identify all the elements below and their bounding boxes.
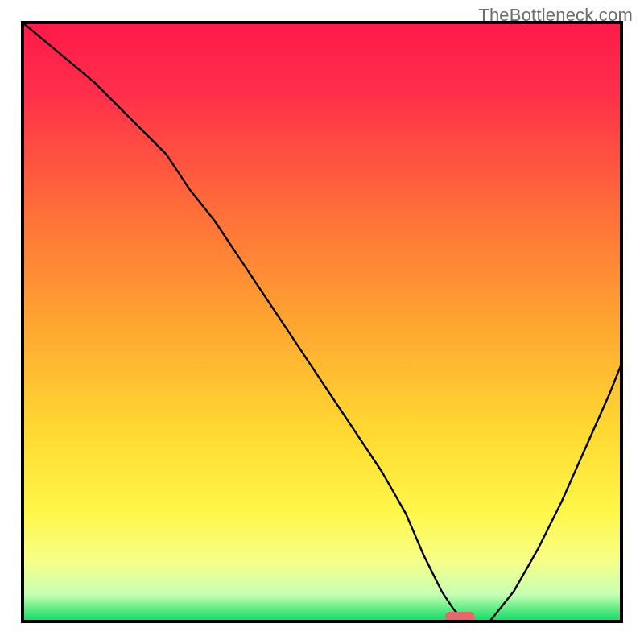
- watermark-label: TheBottleneck.com: [478, 5, 633, 26]
- bottleneck-chart: [0, 0, 644, 644]
- chart-container: TheBottleneck.com: [0, 0, 644, 644]
- gradient-background: [23, 23, 621, 621]
